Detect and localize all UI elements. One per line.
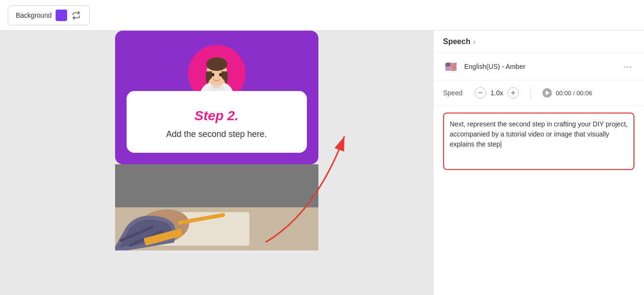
speed-value: 1.0x: [490, 89, 503, 97]
voice-name: English(US) - Amber: [464, 63, 615, 70]
svg-point-4: [211, 73, 214, 77]
slide-card: Step 2. Add the second step here.: [115, 31, 318, 164]
svg-point-3: [206, 57, 227, 71]
craft-svg: [115, 164, 318, 250]
play-button[interactable]: [542, 88, 552, 98]
toolbar: Background: [0, 0, 644, 31]
speed-controls: − 1.0x +: [475, 87, 519, 99]
step-desc: Add the second step here.: [166, 129, 267, 139]
more-options-button[interactable]: ⋯: [621, 60, 634, 73]
background-button[interactable]: Background: [8, 5, 90, 25]
svg-point-5: [219, 73, 222, 77]
background-label: Background: [16, 11, 52, 19]
panel-header: Speech ›: [433, 31, 644, 53]
time-display: 00:00 / 00:06: [556, 90, 592, 97]
speed-label: Speed: [443, 89, 467, 97]
divider: [530, 86, 531, 100]
chevron-right-icon: ›: [473, 38, 476, 45]
speech-textarea[interactable]: [443, 113, 634, 170]
speed-decrease-button[interactable]: −: [475, 87, 486, 99]
replace-icon: [71, 10, 82, 21]
text-area-container: [433, 106, 644, 295]
main-area: Step 2. Add the second step here.: [0, 31, 644, 295]
color-swatch[interactable]: [56, 10, 67, 21]
step-title: Step 2.: [195, 108, 239, 124]
bottom-image: [115, 164, 318, 250]
voice-row: 🇺🇸 English(US) - Amber ⋯: [433, 53, 644, 80]
playback-controls: 00:00 / 00:06: [542, 88, 592, 98]
flag-icon: 🇺🇸: [443, 59, 458, 74]
speed-row: Speed − 1.0x + 00:00 / 00:06: [433, 80, 644, 106]
speed-increase-button[interactable]: +: [507, 87, 519, 99]
speech-label: Speech: [443, 37, 470, 46]
craft-img: [115, 164, 318, 250]
play-icon: [546, 91, 550, 95]
content-box: Step 2. Add the second step here.: [127, 91, 307, 153]
canvas-area: Step 2. Add the second step here.: [0, 31, 433, 295]
right-panel: Speech › 🇺🇸 English(US) - Amber ⋯ Speed …: [433, 31, 644, 295]
